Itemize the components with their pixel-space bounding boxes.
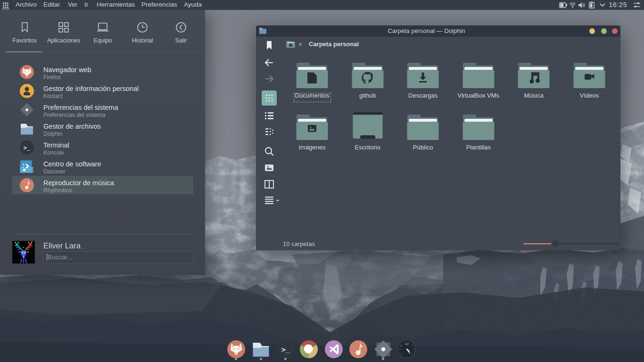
svg-text:11: 11 (400, 345, 403, 347)
svg-text:>_: >_ (281, 346, 290, 354)
svg-text:12: 12 (405, 342, 409, 346)
svg-text:>_: >_ (24, 145, 31, 151)
